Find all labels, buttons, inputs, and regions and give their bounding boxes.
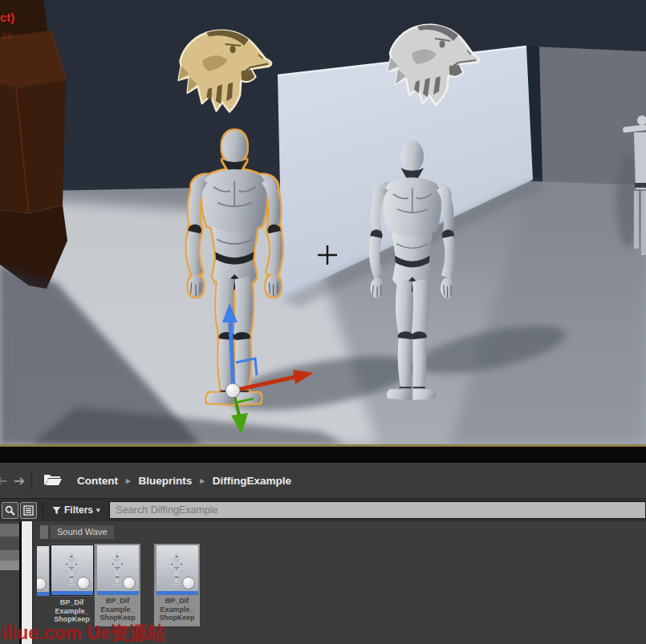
panel-gap: [0, 447, 646, 463]
level-viewport[interactable]: ct) ss: [0, 0, 646, 444]
asset-tile-clipped[interactable]: [37, 546, 50, 596]
breadcrumb-separator: ▸: [200, 476, 205, 486]
source-row: [0, 550, 19, 561]
blueprint-type-bar: [97, 591, 139, 595]
asset-label-line: Example_: [95, 606, 140, 614]
asset-label: BP_Dif Example_ ShopKeep: [95, 597, 140, 622]
source-row: [0, 561, 19, 570]
breadcrumb-diffingexample[interactable]: DiffingExample: [213, 475, 291, 487]
breadcrumb-separator: ▸: [126, 476, 131, 486]
viewport-scene: [0, 0, 646, 444]
content-browser: Filters ▾ Sound Wave: [0, 499, 646, 644]
breadcrumb-blueprints[interactable]: Blueprints: [139, 475, 193, 487]
asset-tile[interactable]: [49, 544, 95, 597]
funnel-icon: [52, 506, 61, 515]
asset-label: BP_Dif Example_ ShopKeep: [154, 597, 200, 622]
source-row: [0, 524, 19, 537]
magnifier-icon: [5, 505, 15, 516]
asset-tile-selected[interactable]: BP_Dif Example_ ShopKeep: [95, 544, 140, 626]
blueprint-type-bar: [51, 591, 93, 595]
content-browser-path-bar: ➔ ➔ Content ▸ Blueprints ▸ DiffingExampl…: [0, 463, 646, 499]
divider: [31, 470, 32, 491]
asset-tile-selected[interactable]: BP_Dif Example_ ShopKeep: [154, 544, 200, 626]
viewport-debug-text-faint: ss: [2, 30, 12, 41]
search-toggle-button[interactable]: [2, 502, 18, 519]
divider: [43, 501, 43, 519]
folder-open-icon: [43, 472, 63, 489]
asset-thumbnail: [156, 545, 198, 595]
asset-label: BP_Dif Example_ ShopKeep: [49, 598, 95, 624]
asset-thumbnail: [97, 545, 139, 595]
gizmo-origin-sphere[interactable]: [225, 383, 240, 398]
sources-panel-toggle-button[interactable]: [20, 502, 37, 519]
filters-label: Filters: [64, 504, 93, 516]
unreal-editor-window: ct) ss ➔ ➔ Content ▸ Blueprints ▸ Diffin…: [0, 0, 646, 644]
filter-chip-label: Sound Wave: [51, 525, 114, 539]
site-watermark: iliue.com Ue资源站: [2, 621, 165, 644]
asset-thumbnail: [51, 545, 93, 595]
asset-label-line: BP_Dif: [95, 597, 140, 606]
filters-button[interactable]: Filters ▾: [49, 504, 104, 516]
asset-label-line: BP_Dif: [49, 598, 95, 607]
list-icon: [23, 505, 34, 516]
asset-view-area: Sound Wave: [0, 521, 646, 644]
history-forward-button[interactable]: ➔: [10, 472, 28, 489]
chevron-down-icon: ▾: [96, 506, 100, 514]
filter-chip-sound-wave[interactable]: Sound Wave: [40, 525, 114, 539]
blueprint-type-bar: [156, 591, 198, 595]
viewport-debug-text: ct): [0, 10, 14, 24]
asset-label-line: Example_: [154, 606, 200, 614]
asset-label-line: BP_Dif: [154, 597, 200, 606]
search-input[interactable]: [109, 501, 646, 519]
content-browser-toolbar: Filters ▾: [0, 499, 646, 521]
history-back-button[interactable]: ➔: [0, 472, 10, 489]
asset-label-line: Example_: [49, 607, 95, 616]
filter-chip-color-tab: [40, 525, 48, 539]
source-row: [0, 537, 19, 550]
breadcrumb-content[interactable]: Content: [77, 475, 118, 487]
